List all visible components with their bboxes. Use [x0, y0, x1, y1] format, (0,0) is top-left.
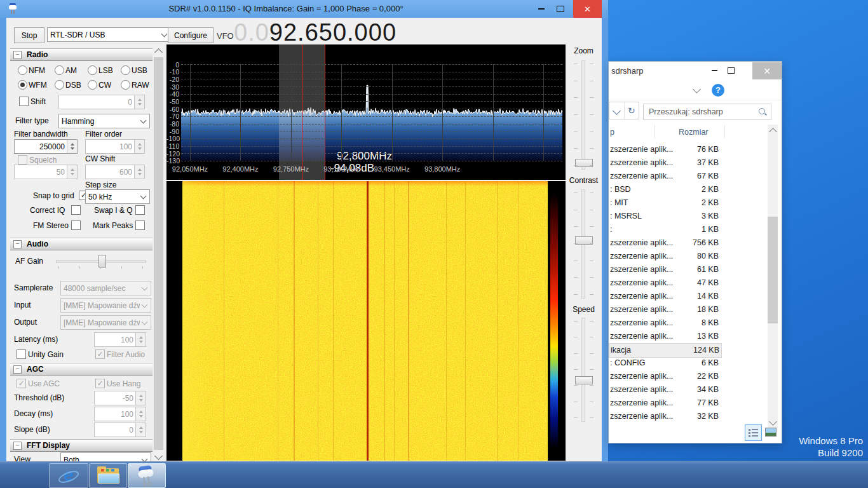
help-icon[interactable]: ?: [712, 84, 724, 97]
file-row[interactable]: zszerzenie aplik...80 KB: [609, 250, 766, 263]
spectrum-display[interactable]: 92,800MHz -94,08dB 0-10-20-30-40-50-60-7…: [166, 44, 566, 180]
fft-display-group-header[interactable]: –FFT Display: [10, 439, 153, 452]
maximize-button[interactable]: [553, 0, 568, 18]
mode-nfm-radio[interactable]: [18, 65, 27, 75]
filter-order-input[interactable]: 100: [85, 139, 145, 154]
column-header-size[interactable]: Rozmiar: [679, 128, 709, 137]
device-select[interactable]: RTL-SDR / USB: [47, 27, 171, 42]
af-gain-slider-thumb[interactable]: [98, 255, 106, 268]
radio-group-header[interactable]: –Radio: [10, 48, 153, 61]
column-divider[interactable]: [724, 125, 725, 138]
audio-input-select[interactable]: [MME] Mapowanie dźw: [60, 298, 151, 313]
file-row[interactable]: : MSRSL3 KB: [609, 210, 766, 223]
address-dropdown-icon[interactable]: [609, 102, 624, 119]
frequency-display[interactable]: 0.092.650.000: [234, 19, 397, 46]
file-row[interactable]: :1 KB: [609, 223, 766, 236]
file-row[interactable]: zszerzenie aplik...34 KB: [609, 383, 766, 396]
filter-type-select[interactable]: Hamming: [58, 114, 150, 128]
squelch-input[interactable]: 50: [14, 165, 78, 179]
file-row[interactable]: ikacja124 KB: [609, 343, 722, 358]
file-row[interactable]: zszerzenie aplik...22 KB: [609, 370, 766, 383]
explorer-minimize-button[interactable]: [707, 62, 722, 79]
column-header-type[interactable]: p: [610, 128, 614, 137]
agc-group-header[interactable]: –AGC: [10, 363, 153, 376]
minimize-button[interactable]: [534, 0, 549, 18]
file-row[interactable]: zszerzenie aplik...47 KB: [609, 276, 766, 290]
taskbar-sdrsharp-button[interactable]: [128, 463, 166, 488]
search-icon[interactable]: [758, 107, 767, 116]
file-row[interactable]: zszerzenie aplik...756 KB: [609, 236, 766, 250]
shift-value[interactable]: 0: [58, 95, 145, 109]
collapse-icon[interactable]: –: [13, 442, 22, 450]
stop-button[interactable]: Stop: [14, 27, 44, 43]
collapse-icon[interactable]: –: [13, 365, 22, 374]
mode-cw-radio[interactable]: [88, 80, 97, 90]
file-row[interactable]: zszerzenie aplik...77 KB: [609, 396, 766, 410]
use-hang-checkbox[interactable]: [95, 379, 105, 388]
refresh-icon[interactable]: ↻: [624, 102, 639, 119]
squelch-checkbox[interactable]: [18, 155, 27, 165]
collapse-icon[interactable]: –: [13, 51, 22, 59]
panel-scrollbar-thumb[interactable]: [154, 57, 163, 450]
slider-tick: [590, 385, 593, 386]
filter-audio-checkbox[interactable]: [95, 349, 105, 359]
mode-lsb-radio[interactable]: [88, 65, 97, 75]
filter-bandwidth-input[interactable]: 250000: [14, 139, 78, 154]
speed-slider-thumb[interactable]: [575, 376, 593, 384]
close-button[interactable]: ✕: [573, 0, 602, 18]
column-divider[interactable]: [654, 125, 655, 138]
file-row[interactable]: zszerzenie aplik...76 KB: [609, 143, 766, 156]
file-row[interactable]: zszerzenie aplik...13 KB: [609, 330, 766, 343]
file-row[interactable]: zszerzenie aplik...67 KB: [609, 170, 766, 183]
zoom-slider-thumb[interactable]: [575, 159, 593, 167]
unity-gain-checkbox[interactable]: [17, 349, 26, 359]
latency-input[interactable]: 100: [94, 332, 146, 347]
configure-button[interactable]: Configure: [168, 27, 214, 43]
fm-stereo-checkbox[interactable]: [71, 220, 81, 230]
speed-slider-track[interactable]: [581, 318, 585, 422]
step-size-select[interactable]: 50 kHz: [85, 189, 150, 204]
audio-output-select[interactable]: [MME] Mapowanie dźw: [60, 315, 151, 330]
slope-input[interactable]: 0: [94, 423, 146, 437]
explorer-close-button[interactable]: ✕: [752, 62, 782, 79]
file-row[interactable]: zszerzenie aplik...37 KB: [609, 156, 766, 170]
waterfall-texture: [182, 181, 548, 461]
taskbar-explorer-button[interactable]: [89, 463, 127, 488]
mark-peaks-checkbox[interactable]: [135, 220, 145, 230]
mode-am-radio[interactable]: [55, 65, 64, 75]
file-row[interactable]: zszerzenie aplik...18 KB: [609, 303, 766, 316]
taskbar-ie-button[interactable]: e: [49, 463, 88, 488]
file-row[interactable]: : MIT2 KB: [609, 196, 766, 210]
file-row[interactable]: : BSD2 KB: [609, 183, 766, 196]
mode-wfm-radio[interactable]: [18, 80, 27, 90]
file-row[interactable]: zszerzenie aplik...14 KB: [609, 290, 766, 303]
ribbon-expand-icon[interactable]: [693, 85, 701, 93]
thumbnail-view-button[interactable]: [763, 424, 778, 440]
samplerate-select[interactable]: 48000 sample/sec: [60, 281, 151, 295]
decay-input[interactable]: 100: [94, 407, 146, 421]
threshold-input[interactable]: -50: [94, 391, 146, 405]
sdrsharp-titlebar[interactable]: SDR# v1.0.0.1150 - IQ Imbalance: Gain = …: [0, 0, 608, 18]
file-row[interactable]: : CONFIG6 KB: [609, 356, 766, 370]
mode-dsb-radio[interactable]: [55, 80, 64, 90]
search-input[interactable]: Przeszukaj: sdrsharp: [643, 104, 771, 120]
collapse-icon[interactable]: –: [13, 240, 22, 248]
file-row[interactable]: zszerzenie aplik...32 KB: [609, 410, 766, 423]
swap-iq-checkbox[interactable]: [135, 205, 145, 215]
explorer-scrollbar-thumb[interactable]: [768, 217, 778, 323]
cw-shift-input[interactable]: 600: [85, 165, 145, 179]
use-agc-checkbox[interactable]: [17, 379, 26, 388]
audio-group-header[interactable]: –Audio: [10, 238, 153, 250]
file-row[interactable]: zszerzenie aplik...8 KB: [609, 316, 766, 330]
slider-tick: [574, 132, 578, 132]
details-view-button[interactable]: [745, 424, 762, 441]
mode-usb-radio[interactable]: [121, 65, 130, 75]
zoom-slider-track[interactable]: [581, 60, 585, 170]
explorer-maximize-button[interactable]: [723, 62, 738, 79]
correct-iq-checkbox[interactable]: [71, 205, 81, 215]
file-row[interactable]: zszerzenie aplik...61 KB: [609, 263, 766, 276]
slider-tick: [590, 321, 593, 322]
waterfall-display[interactable]: [166, 181, 566, 461]
mode-raw-radio[interactable]: [121, 80, 130, 90]
shift-checkbox[interactable]: [19, 97, 29, 106]
